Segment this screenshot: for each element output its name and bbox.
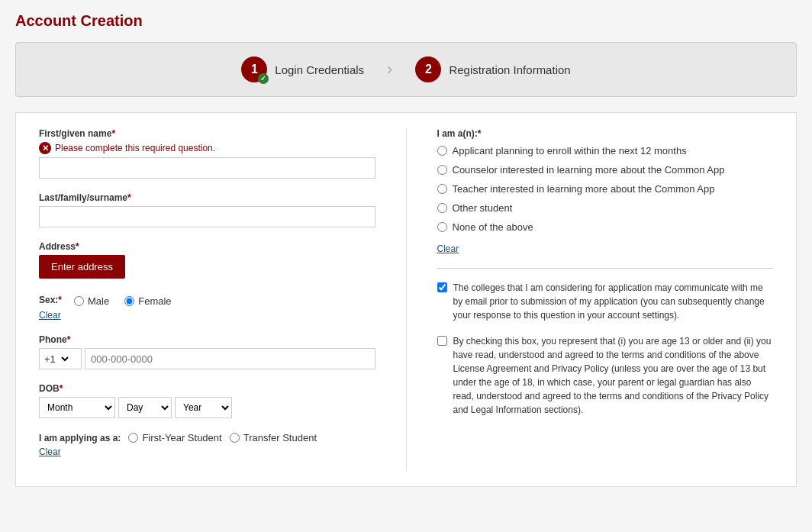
iam-option-1[interactable]: Counselor interested in learning more ab… — [437, 164, 774, 176]
dob-day-select[interactable]: Day — [118, 397, 172, 418]
enter-address-button[interactable]: Enter address — [39, 255, 125, 279]
applying-first-year-radio[interactable] — [128, 433, 138, 443]
checkbox-1-row: The colleges that I am considering for a… — [437, 281, 774, 322]
applying-as-group: I am applying as a: First-Year Student T… — [39, 432, 375, 457]
page-title: Account Creation — [15, 12, 797, 30]
phone-number-input[interactable] — [85, 348, 375, 369]
last-name-label: Last/family/surname* — [39, 192, 375, 203]
step-2-label: Registration Information — [449, 63, 570, 76]
iam-option-4-label: None of the above — [453, 221, 533, 233]
phone-row: +1 ▼ — [39, 348, 375, 369]
first-name-error: ✕ Please complete this required question… — [39, 142, 375, 154]
checkbox-2-label: By checking this box, you represent that… — [453, 334, 774, 417]
dob-required: * — [60, 383, 63, 394]
iam-radio-4[interactable] — [437, 222, 447, 232]
error-icon: ✕ — [39, 142, 51, 154]
dob-group: DOB* Month JanuaryFebruaryMarch AprilMay… — [39, 383, 375, 418]
sex-female-option[interactable]: Female — [124, 295, 171, 307]
phone-group: Phone* +1 ▼ — [39, 334, 375, 369]
phone-required: * — [67, 334, 71, 345]
iam-group: I am a(n):* Applicant planning to enroll… — [437, 128, 774, 254]
sex-female-radio[interactable] — [124, 296, 134, 306]
step-1: 1 ✓ Login Credentials — [241, 56, 364, 82]
first-name-input[interactable] — [39, 157, 375, 179]
applying-as-row: I am applying as a: First-Year Student T… — [39, 432, 375, 443]
form-container: First/given name* ✕ Please complete this… — [15, 112, 797, 487]
form-left: First/given name* ✕ Please complete this… — [39, 128, 407, 471]
applying-transfer-radio[interactable] — [230, 433, 240, 443]
dob-label: DOB* — [39, 383, 375, 394]
sex-radio-group: Male Female — [74, 295, 172, 307]
applying-as-label: I am applying as a: — [39, 433, 121, 443]
checkbox-1-label: The colleges that I am considering for a… — [453, 281, 774, 322]
iam-option-0-label: Applicant planning to enroll within the … — [453, 145, 687, 156]
address-group: Address* Enter address — [39, 241, 375, 279]
phone-country-select[interactable]: ▼ — [56, 353, 71, 365]
iam-label: I am a(n):* — [437, 128, 774, 139]
iam-required: * — [478, 128, 482, 139]
iam-radio-3[interactable] — [437, 203, 447, 213]
page-wrapper: Account Creation 1 ✓ Login Credentials ›… — [0, 0, 812, 532]
divider — [437, 268, 774, 269]
first-name-required: * — [111, 128, 115, 139]
phone-label: Phone* — [39, 334, 375, 345]
address-label: Address* — [39, 241, 375, 252]
phone-country-select-wrapper: +1 ▼ — [39, 348, 82, 369]
form-right: I am a(n):* Applicant planning to enroll… — [407, 128, 774, 471]
address-required: * — [76, 241, 79, 252]
checkbox-2-row: By checking this box, you represent that… — [437, 334, 774, 417]
sex-required: * — [58, 295, 62, 305]
iam-radio-0[interactable] — [437, 146, 447, 156]
last-name-required: * — [127, 192, 131, 203]
dob-year-select[interactable]: Year — [175, 397, 232, 418]
first-name-group: First/given name* ✕ Please complete this… — [39, 128, 375, 179]
iam-option-2[interactable]: Teacher interested in learning more abou… — [437, 183, 774, 195]
iam-option-1-label: Counselor interested in learning more ab… — [453, 164, 725, 176]
step-2-circle: 2 — [415, 56, 441, 82]
dob-row: Month JanuaryFebruaryMarch AprilMayJune … — [39, 397, 375, 418]
step-2: 2 Registration Information — [415, 56, 570, 82]
step-1-circle: 1 ✓ — [241, 56, 267, 82]
sex-group: Sex:* Male Female Clear — [39, 292, 375, 321]
dob-month-select[interactable]: Month JanuaryFebruaryMarch AprilMayJune … — [39, 397, 115, 418]
sex-row: Sex:* Male Female — [39, 292, 375, 307]
iam-radio-2[interactable] — [437, 184, 447, 194]
sex-label: Sex:* — [39, 295, 62, 305]
step-1-check-icon: ✓ — [258, 73, 269, 84]
stepper-bar: 1 ✓ Login Credentials › 2 Registration I… — [15, 42, 797, 97]
checkbox-1[interactable] — [437, 282, 447, 292]
iam-option-2-label: Teacher interested in learning more abou… — [453, 183, 715, 195]
clear-sex-link[interactable]: Clear — [39, 310, 61, 321]
clear-iam-link[interactable]: Clear — [437, 243, 459, 254]
step-1-label: Login Credentials — [275, 63, 364, 76]
last-name-group: Last/family/surname* — [39, 192, 375, 227]
iam-radio-1[interactable] — [437, 165, 447, 175]
iam-option-4[interactable]: None of the above — [437, 221, 774, 233]
iam-option-3-label: Other student — [453, 202, 513, 214]
clear-applying-link[interactable]: Clear — [39, 447, 61, 457]
sex-male-radio[interactable] — [74, 296, 84, 306]
applying-first-year-option[interactable]: First-Year Student — [128, 432, 221, 443]
first-name-label: First/given name* — [39, 128, 375, 139]
last-name-input[interactable] — [39, 206, 375, 227]
checkbox-2[interactable] — [437, 336, 447, 346]
applying-transfer-option[interactable]: Transfer Student — [230, 432, 317, 443]
sex-male-option[interactable]: Male — [74, 295, 109, 307]
iam-option-3[interactable]: Other student — [437, 202, 774, 214]
step-arrow-icon: › — [387, 60, 392, 79]
iam-option-0[interactable]: Applicant planning to enroll within the … — [437, 145, 774, 156]
